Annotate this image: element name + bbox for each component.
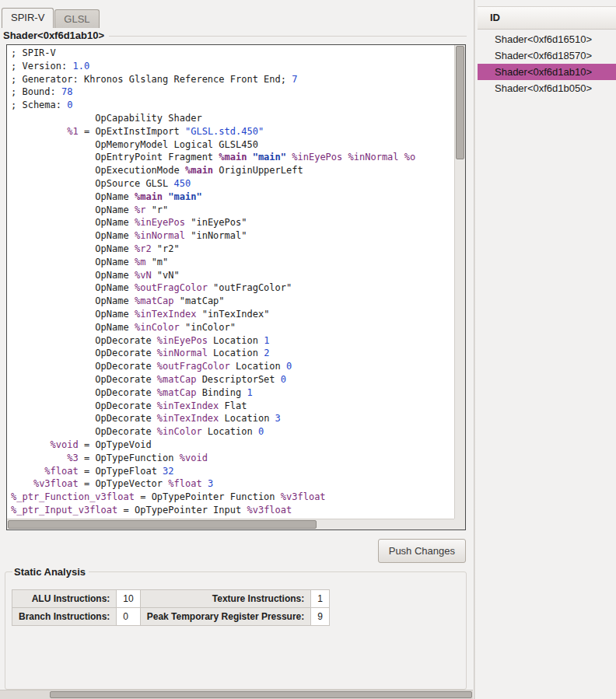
code-line: OpName %outFragColor "outFragColor" — [11, 281, 453, 295]
code-line: ; SPIR-V — [11, 47, 453, 60]
tab-glsl[interactable]: GLSL — [54, 9, 99, 28]
editor-horizontal-scrollbar[interactable] — [7, 519, 454, 529]
static-analysis-group: Static Analysis ALU Instructions: 10 Tex… — [5, 566, 467, 690]
code-line: OpDecorate %matCap DescriptorSet 0 — [11, 373, 453, 386]
horizontal-scrollbar-thumb[interactable] — [8, 520, 317, 529]
stat-alu-instructions-label: ALU Instructions: — [12, 590, 117, 608]
code-line: ; Generator: Khronos Glslang Reference F… — [11, 73, 453, 86]
code-line: %1 = OpExtInstImport "GLSL.std.450" — [11, 125, 453, 138]
code-line: %3 = OpTypeFunction %void — [11, 452, 453, 465]
code-line: OpName %r2 "r2" — [11, 243, 453, 256]
code-line: OpDecorate %inNormal Location 2 — [11, 347, 453, 360]
code-line: OpCapability Shader — [11, 112, 453, 125]
code-line: ; Bound: 78 — [11, 86, 453, 99]
shader-language-tabs: SPIR-V GLSL — [2, 9, 100, 28]
stat-texture-instructions-value: 1 — [311, 590, 330, 608]
id-column-header[interactable]: ID — [478, 6, 616, 30]
code-line: %float = OpTypeFloat 32 — [11, 465, 453, 478]
code-line: OpDecorate %inEyePos Location 1 — [11, 334, 453, 348]
shader-list: Shader<0xf6d16510>Shader<0xf6d18570>Shad… — [478, 31, 616, 699]
code-line: OpDecorate %inColor Location 0 — [11, 425, 453, 439]
stat-peak-register-pressure-label: Peak Temporary Register Pressure: — [140, 608, 311, 626]
stat-branch-instructions-value: 0 — [117, 608, 140, 626]
shader-list-pane: ID Shader<0xf6d16510>Shader<0xf6d18570>S… — [478, 0, 616, 699]
code-line: ; Version: 1.0 — [11, 60, 453, 73]
code-line: OpExecutionMode %main OriginUpperLeft — [11, 164, 453, 177]
stat-branch-instructions-label: Branch Instructions: — [12, 608, 117, 626]
code-line: OpMemoryModel Logical GLSL450 — [11, 138, 453, 152]
code-line: OpName %matCap "matCap" — [11, 295, 453, 308]
code-content[interactable]: ; SPIR-V; Version: 1.0; Generator: Khron… — [11, 47, 453, 518]
code-line: OpDecorate %inTexIndex Location 3 — [11, 412, 453, 425]
code-line: %_ptr_Function_v3float = OpTypePointer F… — [11, 491, 453, 504]
shader-list-item[interactable]: Shader<0xf6d16510> — [478, 31, 616, 47]
scrollbar-corner — [454, 519, 465, 529]
code-line: OpDecorate %matCap Binding 1 — [11, 386, 453, 400]
vertical-scrollbar-thumb[interactable] — [456, 46, 464, 159]
stat-peak-register-pressure-value: 9 — [311, 608, 330, 626]
code-line: OpName %vN "vN" — [11, 269, 453, 282]
bottom-horizontal-scrollbar[interactable] — [0, 690, 473, 699]
code-line: OpName %inEyePos "inEyePos" — [11, 216, 453, 229]
stat-texture-instructions-label: Texture Instructions: — [140, 590, 311, 608]
shader-list-item[interactable]: Shader<0xf6d18570> — [478, 47, 616, 64]
code-line: OpName %inColor "inColor" — [11, 321, 453, 334]
code-line: %void = OpTypeVoid — [11, 439, 453, 452]
code-line: OpName %m "m" — [11, 256, 453, 269]
shader-title: Shader<0xf6d1ab10> — [3, 30, 104, 41]
stat-alu-instructions-value: 10 — [117, 590, 140, 608]
code-line: %_ptr_Input_v3float = OpTypePointer Inpu… — [11, 504, 453, 517]
editor-vertical-scrollbar[interactable] — [454, 45, 465, 519]
code-line: OpName %inTexIndex "inTexIndex" — [11, 308, 453, 321]
shader-list-item[interactable]: Shader<0xf6d1ab10> — [478, 64, 616, 80]
shader-edit-pane: SPIR-V GLSL Shader<0xf6d1ab10> ; SPIR-V;… — [0, 0, 473, 690]
code-line: %v3float = OpTypeVector %float 3 — [11, 477, 453, 491]
code-line: OpName %main "main" — [11, 190, 453, 204]
static-analysis-title: Static Analysis — [12, 566, 89, 578]
code-editor[interactable]: ; SPIR-V; Version: 1.0; Generator: Khron… — [6, 44, 466, 530]
code-line: OpDecorate %outFragColor Location 0 — [11, 360, 453, 373]
frame-divider-line — [109, 36, 467, 37]
shader-list-item[interactable]: Shader<0xf6d1b050> — [478, 80, 616, 96]
code-line: OpName %inNormal "inNormal" — [11, 229, 453, 243]
tab-spirv[interactable]: SPIR-V — [2, 8, 54, 28]
push-changes-button[interactable]: Push Changes — [378, 539, 466, 563]
pane-splitter[interactable] — [474, 0, 476, 699]
bottom-scrollbar-thumb[interactable] — [50, 691, 472, 698]
shader-frame-header: Shader<0xf6d1ab10> — [3, 30, 467, 41]
static-analysis-table: ALU Instructions: 10 Texture Instruction… — [12, 589, 330, 626]
code-line: OpSource GLSL 450 — [11, 177, 453, 190]
code-line: OpDecorate %inTexIndex Flat — [11, 400, 453, 413]
code-line: OpEntryPoint Fragment %main "main" %inEy… — [11, 151, 453, 164]
code-line: ; Schema: 0 — [11, 99, 453, 112]
code-line: OpName %r "r" — [11, 204, 453, 217]
